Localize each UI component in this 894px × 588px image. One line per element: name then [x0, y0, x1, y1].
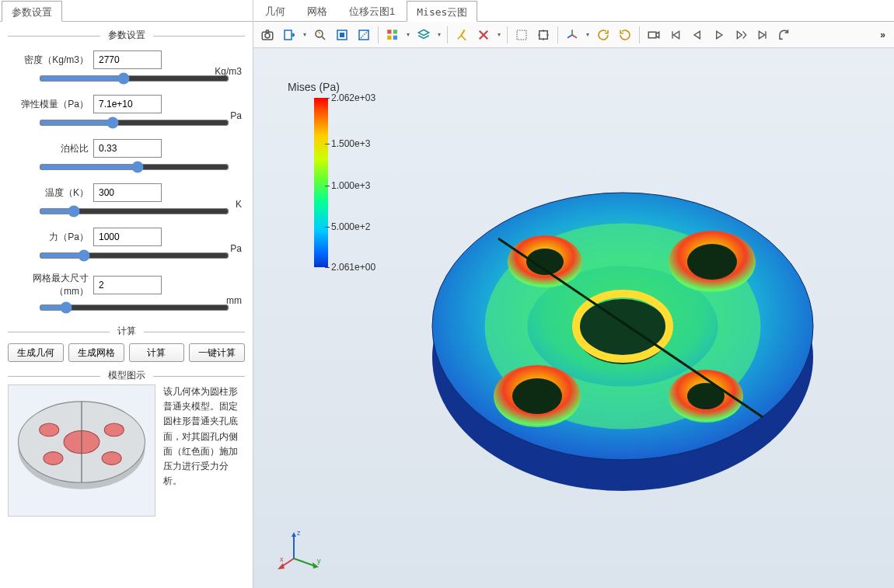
temp-slider[interactable] — [39, 205, 229, 217]
force-unit: Pa — [230, 243, 245, 254]
axis-x-label: x — [280, 555, 284, 563]
gen-mesh-button[interactable]: 生成网格 — [68, 343, 124, 362]
select-box-icon[interactable] — [333, 26, 351, 44]
delete-dropdown-icon[interactable]: ▾ — [496, 31, 502, 38]
svg-marker-41 — [278, 563, 285, 569]
svg-point-25 — [576, 299, 669, 364]
svg-rect-13 — [340, 33, 344, 37]
left-panel: 参数设置 参数设置 密度（Kg/m3） Kg/m3 弹性模量（Pa） Pa — [0, 0, 253, 588]
compute-button[interactable]: 计算 — [129, 343, 185, 362]
density-label: 密度（Kg/m3） — [8, 54, 93, 67]
emod-unit: Pa — [230, 110, 245, 121]
right-panel: 几何 网格 位移云图1 Mises云图 ▾ ▾ ▾ ▾ ▾ — [253, 0, 894, 588]
poisson-slider[interactable] — [39, 161, 229, 173]
camera-icon[interactable] — [258, 26, 277, 44]
next-icon[interactable] — [732, 26, 750, 44]
mesh-label: 网格最大尺寸（mm） — [8, 272, 93, 298]
fit-icon[interactable] — [534, 26, 553, 44]
mesh-unit: mm — [226, 295, 245, 306]
svg-marker-37 — [292, 532, 296, 537]
model-description: 该几何体为圆柱形普通夹模型。固定圆柱形普通夹孔底面，对其圆孔内侧面（红色面）施加… — [163, 384, 245, 489]
temp-unit: K — [236, 199, 245, 210]
loop-icon[interactable] — [775, 26, 794, 44]
temp-label: 温度（K） — [8, 186, 93, 200]
force-input[interactable] — [93, 228, 162, 246]
tab-param-settings[interactable]: 参数设置 — [2, 1, 62, 22]
group-params-legend: 参数设置 — [100, 29, 153, 42]
emod-slider[interactable] — [39, 117, 229, 129]
model-thumbnail — [8, 384, 155, 517]
svg-point-30 — [687, 244, 737, 280]
mesh-slider[interactable] — [39, 301, 229, 314]
components-dropdown-icon[interactable]: ▾ — [405, 31, 411, 38]
layers-dropdown-icon[interactable]: ▾ — [436, 31, 442, 38]
components-icon[interactable] — [383, 26, 402, 44]
legend: Mises (Pa) 2.062e+031.500e+31.000e+35.00… — [283, 81, 340, 267]
crop-icon[interactable] — [512, 26, 531, 44]
group-calc-legend: 计算 — [110, 325, 144, 338]
export-dropdown-icon[interactable]: ▾ — [302, 31, 308, 38]
force-label: 力（Pa） — [8, 231, 93, 244]
temp-input[interactable] — [93, 183, 162, 202]
axis-icon[interactable] — [563, 26, 581, 44]
density-input[interactable] — [93, 50, 162, 69]
poisson-label: 泊松比 — [8, 142, 93, 155]
rec-start-icon[interactable] — [644, 26, 663, 44]
emod-input[interactable] — [93, 95, 162, 113]
legend-colorbar — [314, 98, 328, 267]
axis-z-label: z — [297, 529, 301, 537]
rotate-cw-icon[interactable] — [594, 26, 613, 44]
play-icon[interactable] — [710, 26, 728, 44]
axis-triad[interactable]: z y x — [278, 524, 325, 571]
svg-line-38 — [294, 558, 316, 566]
tab-displacement[interactable]: 位移云图1 — [339, 0, 405, 21]
svg-rect-10 — [285, 30, 292, 40]
clear-icon[interactable] — [452, 26, 471, 44]
mesh-input[interactable] — [93, 276, 162, 294]
legend-tick: 1.500e+3 — [331, 138, 370, 149]
viewport-toolbar: ▾ ▾ ▾ ▾ ▾ » — [253, 22, 894, 48]
result-3d-model[interactable] — [417, 126, 829, 538]
group-model-legend: 模型图示 — [100, 369, 153, 382]
group-calc: 计算 生成几何 生成网格 计算 一键计算 — [8, 332, 245, 362]
left-tabrow: 参数设置 — [0, 0, 253, 22]
gen-geom-button[interactable]: 生成几何 — [8, 343, 64, 362]
density-slider[interactable] — [39, 72, 229, 85]
select-region-icon[interactable] — [354, 26, 373, 44]
svg-point-32 — [512, 378, 562, 414]
svg-point-6 — [102, 452, 121, 465]
svg-point-3 — [40, 424, 59, 437]
toolbar-more-icon[interactable]: » — [877, 30, 889, 40]
tab-geometry[interactable]: 几何 — [255, 0, 295, 21]
svg-point-9 — [265, 33, 270, 37]
tab-mises[interactable]: Mises云图 — [407, 1, 477, 22]
group-params: 参数设置 密度（Kg/m3） Kg/m3 弹性模量（Pa） Pa 泊松比 — [8, 36, 245, 318]
svg-rect-19 — [517, 30, 526, 40]
emod-label: 弹性模量（Pa） — [8, 98, 93, 111]
rotate-ccw-icon[interactable] — [616, 26, 634, 44]
prev-icon[interactable] — [688, 26, 707, 44]
svg-point-5 — [44, 452, 63, 465]
svg-rect-15 — [387, 30, 391, 33]
svg-rect-14 — [359, 30, 368, 40]
viewport[interactable]: Mises (Pa) 2.062e+031.500e+31.000e+35.00… — [253, 48, 894, 588]
zoom-icon[interactable] — [311, 26, 330, 44]
onekey-button[interactable]: 一键计算 — [189, 343, 245, 362]
force-slider[interactable] — [39, 249, 229, 262]
axis-dropdown-icon[interactable]: ▾ — [585, 31, 591, 38]
tab-mesh[interactable]: 网格 — [297, 0, 337, 21]
legend-tick: 2.062e+03 — [331, 92, 375, 103]
svg-point-4 — [104, 424, 124, 437]
density-unit: Kg/m3 — [215, 66, 245, 77]
svg-rect-18 — [393, 35, 397, 39]
delete-icon[interactable] — [474, 26, 493, 44]
layers-icon[interactable] — [414, 26, 433, 44]
poisson-input[interactable] — [93, 139, 162, 158]
right-tabrow: 几何 网格 位移云图1 Mises云图 — [253, 0, 894, 22]
last-icon[interactable] — [753, 26, 772, 44]
svg-rect-21 — [648, 32, 656, 38]
first-icon[interactable] — [666, 26, 685, 44]
legend-title: Mises (Pa) — [283, 81, 340, 93]
axis-y-label: y — [317, 557, 321, 565]
export-icon[interactable] — [280, 26, 299, 44]
